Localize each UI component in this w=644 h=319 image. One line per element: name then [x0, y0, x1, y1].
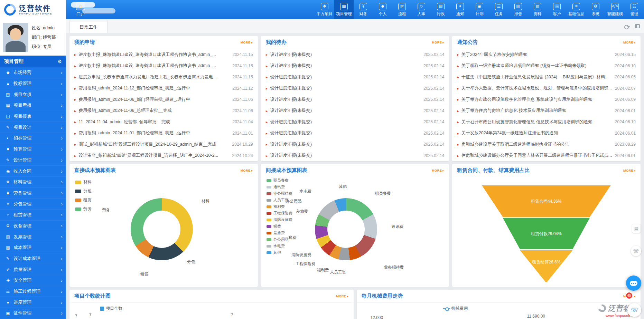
sidebar-item-design-cost[interactable]: ✎设计成本管理› [0, 253, 66, 264]
nav-item-personal[interactable]: ☻个人 [373, 0, 392, 19]
list-item[interactable]: 关于领取一级注册建造师培训项目的通知 (须持一建证书前来领取)2024.06.1… [457, 60, 636, 72]
donut-chart[interactable] [131, 198, 193, 260]
sidebar-item-schedule[interactable]: ●进度管理› [0, 297, 66, 308]
funnel-tier[interactable]: 租赁结算26.6% [480, 250, 612, 282]
sidebar-item-subcontract[interactable]: ✦分包管理› [0, 199, 66, 210]
legend-item[interactable]: 劳务 [75, 206, 92, 212]
legend-item[interactable]: 通讯费 [267, 184, 292, 190]
legend-item[interactable]: 业务招待费 [267, 191, 292, 196]
legend-item[interactable]: 材料 [75, 179, 92, 185]
chat-fab[interactable]: ●●● [626, 276, 641, 291]
list-item[interactable]: 设计进度汇报(未提交)2025.02.14 [266, 60, 445, 72]
more-button[interactable]: MORE [623, 169, 636, 172]
list-item[interactable]: 费用报销_admin_2024-11-06_部门经理审批_胡建_,运行中2024… [74, 94, 253, 105]
sidebar-item-labor[interactable]: ♟劳务管理› [0, 188, 66, 199]
sidebar-item-equipment[interactable]: ⚙设备管理› [0, 221, 66, 232]
quick-panel-icon[interactable]: ▤ [632, 224, 641, 233]
list-item[interactable]: 设计进度汇报(未提交)2025.02.14 [266, 105, 445, 117]
legend-item[interactable]: 其他 [267, 250, 292, 255]
legend-item[interactable]: 差旅费 [267, 230, 292, 235]
sidebar-item-market[interactable]: ◆市场经营› [0, 67, 66, 78]
nav-item-finance[interactable]: ¥财务 [354, 0, 373, 19]
list-item[interactable]: 进度款申报_长春市伊通河水力发电厂改建工程_长春市伊通河水力发电...2024.… [74, 71, 253, 83]
nav-item-task[interactable]: ☰任务 [489, 0, 508, 19]
nav-item-portal[interactable]: 门户 [68, 0, 93, 19]
sidebar-item-budget[interactable]: ■预算管理› [0, 144, 66, 155]
nav-item-smart-modeling[interactable]: </>智能建模 [605, 0, 625, 19]
donut-chart[interactable] [315, 198, 377, 260]
notification-badge[interactable]: 45 [625, 292, 633, 299]
phone-icon[interactable]: ☏ [627, 303, 641, 317]
nav-item-hr[interactable]: ☺人事 [412, 0, 431, 19]
legend-item[interactable]: 分包 [75, 188, 92, 194]
nav-item-document[interactable]: ▨资料 [528, 0, 547, 19]
list-item[interactable]: 房和城乡建设厅关于取消二级建造师临时执业证书的公告2023.08.29 [457, 139, 636, 150]
more-button[interactable]: MORE [432, 41, 444, 44]
sidebar-item-design-management[interactable]: ✎设计管理› [0, 155, 66, 166]
more-button[interactable]: MORE [432, 169, 444, 172]
sidebar-item-safety[interactable]: ✚安全管理› [0, 275, 66, 286]
legend-item[interactable]: 工程保险费 [267, 211, 292, 216]
nav-item-project-management[interactable]: ▦项目管理 [334, 0, 354, 19]
sidebar-item-bidding[interactable]: ▲投标管理› [0, 78, 66, 89]
list-item[interactable]: 设计进度汇报(未提交)2025.02.14 [266, 94, 445, 105]
list-item[interactable]: 设计进度汇报(未提交)2025.02.14 [266, 128, 445, 139]
sidebar-item-material[interactable]: ❖材料管理› [0, 177, 66, 188]
nav-item-management[interactable]: ☷管理 [625, 0, 644, 19]
sidebar-item-project-reports[interactable]: ◫项目报表› [0, 111, 66, 122]
list-item[interactable]: 进度款申报_珠海鹤港口建设_珠海鹤港口建设工程合作协议书_admin_...20… [74, 49, 253, 60]
list-item[interactable]: 费用报销_admin_2024-11-12_部门经理审批_胡建_,运行中2024… [74, 83, 253, 94]
nav-item-base-info[interactable]: ≡基础信息 [567, 0, 586, 19]
chart-legend[interactable]: 项目个数 [100, 306, 122, 311]
list-item[interactable]: 关于发放2024年第24批一级建造师注册证书的通知2024.06.01 [457, 128, 636, 139]
list-item[interactable]: 设计审查_彭祖新城“四馆”景观工程设计项目_请选择_胡广生_2024-10-2.… [74, 150, 253, 162]
sidebar-item-tendering[interactable]: ◐招标管理› [0, 133, 66, 144]
sidebar-item-project-initiation[interactable]: ▤项目立项› [0, 89, 66, 100]
list-item[interactable]: 测试_彭祖新城“四馆”景观工程设计项目_2024-10-29_admin_结束_… [74, 139, 253, 150]
nav-item-report[interactable]: ▥报告 [508, 0, 528, 19]
list-item[interactable]: 关于召开市政公用设施智慧化管理信息 信息技术与应用培训班的通知2024.06.1… [457, 116, 636, 128]
nav-item-customer[interactable]: ☏客户 [547, 0, 567, 19]
sidebar-item-project-design[interactable]: ✎项目设计› [0, 122, 66, 133]
funnel-tier[interactable]: 租赁付款29.04% [480, 218, 612, 249]
list-item[interactable]: 设计进度汇报(未提交)2025.02.14 [266, 139, 445, 150]
more-button[interactable]: MORE [241, 169, 253, 172]
list-item[interactable]: 关于举办大数据、云计算技术在城市建设、规划、管理与服务中的应用培训班...202… [457, 83, 636, 94]
nav-item-client-projects[interactable]: ❖甲方项目 [315, 0, 334, 19]
nav-item-system[interactable]: ⚙系统 [586, 0, 605, 19]
nav-item-workflow[interactable]: ⇄流程 [392, 0, 412, 19]
list-item[interactable]: 进度款申报_珠海鹤港口建设_珠海鹤港口建设工程合作协议书_admin_...20… [74, 60, 253, 72]
sidebar-item-quality[interactable]: ✔质量管理› [0, 264, 66, 275]
collapse-panel-icon[interactable] [635, 24, 640, 28]
sidebar-item-rental[interactable]: ⌂租赁管理› [0, 210, 66, 221]
list-item[interactable]: 住房和城乡建设部办公厅关于同意吉林省开展二级建造师注册证书电子化试点...202… [457, 150, 636, 162]
legend-item[interactable]: 职员餐费 [267, 178, 292, 183]
sidebar-item-certificate[interactable]: ▣证件管理› [0, 308, 66, 319]
nav-item-administration[interactable]: ▤行政 [431, 0, 450, 19]
list-item[interactable]: 设计进度汇报(未提交)2025.02.14 [266, 49, 445, 60]
more-button[interactable]: MORE [336, 294, 348, 298]
settings-gear-icon[interactable] [57, 59, 62, 64]
sidebar-item-cost[interactable]: ▦成本管理› [0, 242, 66, 253]
list-item[interactable]: 设计进度汇报(未提交)2025.02.14 [266, 83, 445, 94]
list-item[interactable]: 费用报销_admin_2024-11-01_部门经理审批_胡建_,运行中2024… [74, 128, 253, 139]
list-item[interactable]: 11_2024-11-04_admin_经营部_领导审批__完成2024.11.… [74, 116, 253, 128]
legend-item[interactable]: 福利费 [267, 204, 292, 209]
legend-item[interactable]: 水电费 [267, 243, 292, 249]
list-item[interactable]: 设计进度汇报(未提交)2025.02.14 [266, 150, 445, 162]
sidebar-item-project-kanban[interactable]: ▦项目看板› [0, 100, 66, 111]
list-item[interactable]: 设计进度汇报(未提交)2025.02.14 [266, 116, 445, 128]
sidebar-item-construction-process[interactable]: ☷施工过程管理› [0, 286, 66, 297]
legend-item[interactable]: 消防设施费 [267, 217, 292, 222]
sidebar-item-income-contract[interactable]: ◉收入合同› [0, 166, 66, 177]
tab-daily-work[interactable]: 日常工作 [69, 21, 108, 33]
nav-item-notification[interactable]: ✦通知 [450, 0, 470, 19]
list-item[interactable]: 关于举办住房与房地产信息化 技术及应用培训班的通知2024.06.01 [457, 105, 636, 117]
sidebar-item-invoice[interactable]: ▥发票管理› [0, 231, 66, 242]
key-icon[interactable] [624, 25, 630, 28]
list-item[interactable]: 费用报销_admin_2024-11-06_总经理审批__完成2024.11.0… [74, 105, 253, 117]
list-item[interactable]: 设计进度汇报(未提交)2025.02.14 [266, 71, 445, 83]
legend-item[interactable]: 租赁 [75, 197, 92, 203]
customer-service-icon[interactable]: ☏ [631, 246, 641, 256]
list-item[interactable]: 关于举办市政公用设施数字化管理信息 系统建设与应用培训班的通知2024.06.0… [457, 94, 636, 105]
